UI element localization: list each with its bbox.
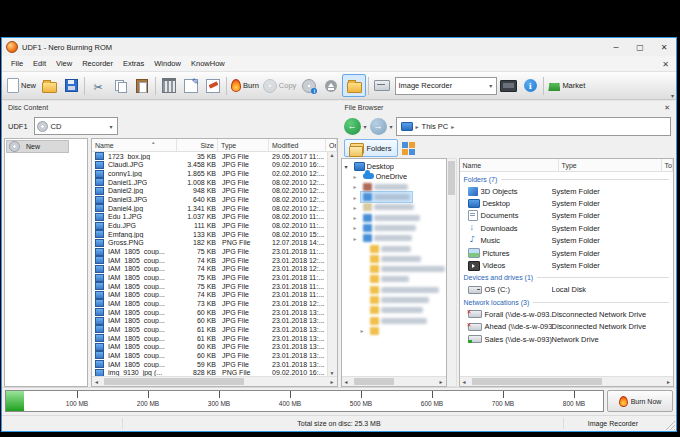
folder-tree-item[interactable] — [342, 233, 446, 243]
browser-list-row[interactable]: Forall (\\de-s-w-093.n... Disconnected N… — [460, 308, 674, 320]
menu-item[interactable]: Edit — [28, 59, 51, 68]
tree-horizontal-scrollbar[interactable]: ◄► — [342, 376, 446, 386]
folder-tree-item[interactable] — [342, 305, 446, 315]
browser-list-horizontal-scrollbar[interactable]: ◄► — [460, 376, 674, 386]
browser-list-row[interactable]: Videos System Folder — [460, 259, 674, 271]
group-header-network[interactable]: Network locations (3) — [460, 296, 674, 308]
file-row[interactable]: Daniel3.JPG 640 KB JPG File 08.02.2010 1… — [92, 195, 327, 204]
scroll-left-icon[interactable]: ◄ — [460, 379, 469, 385]
browser-list-row[interactable]: Sales (\\de-s-w-093) (Z:) Network Drive — [460, 333, 674, 345]
group-header-devices[interactable]: Devices and drives (1) — [460, 272, 674, 284]
menu-item[interactable]: Recorder — [77, 59, 118, 68]
document-close-icon[interactable] — [662, 60, 672, 69]
folder-tree-item[interactable] — [342, 315, 446, 325]
tree-expander-icon[interactable] — [345, 163, 352, 170]
menu-item[interactable]: KnowHow — [186, 59, 230, 68]
menu-item[interactable]: File — [6, 59, 28, 68]
tree-item-new[interactable]: New — [6, 140, 69, 153]
scroll-right-icon[interactable]: ► — [664, 379, 673, 385]
file-row[interactable]: Daniel1.JPG 1.008 KB JPG File 08.02.2010… — [92, 178, 327, 187]
folder-tree-item[interactable] — [342, 202, 446, 212]
breadcrumb-location[interactable]: This PC — [422, 122, 449, 131]
scroll-right-icon[interactable]: ► — [328, 379, 337, 385]
erase-button[interactable] — [202, 75, 224, 96]
folder-tree-item[interactable] — [342, 295, 446, 305]
cut-button[interactable] — [87, 75, 109, 96]
library-button[interactable] — [158, 75, 180, 96]
file-row[interactable]: IAM_1805_coup... 74 KB JPG File 23.01.20… — [92, 256, 327, 265]
forward-button[interactable]: → — [370, 118, 387, 135]
folder-tree-item[interactable]: OneDrive — [342, 171, 446, 181]
tree-expander-icon[interactable] — [354, 183, 361, 190]
breadcrumb[interactable]: This PC — [396, 117, 671, 136]
folder-tree-item[interactable]: Desktop — [342, 161, 446, 171]
browser-list-row[interactable]: OS (C:) Local Disk — [460, 284, 674, 296]
burn-now-button[interactable]: Burn Now — [607, 390, 673, 412]
panel-close-icon[interactable] — [664, 104, 670, 112]
close-button[interactable] — [652, 39, 676, 55]
file-row[interactable]: Daniel2.jpg 948 KB JPG File 08.02.2010 1… — [92, 187, 327, 196]
forward-history-chevron-icon[interactable]: ▾ — [390, 123, 393, 130]
browser-list-row[interactable]: Pictures System Folder — [460, 247, 674, 259]
minimize-button[interactable] — [604, 39, 628, 55]
scroll-left-icon[interactable]: ◄ — [342, 379, 351, 385]
scroll-left-icon[interactable]: ◄ — [92, 379, 101, 385]
copy-disc-button[interactable]: Copy — [261, 75, 299, 96]
column-header-modified[interactable]: Modified — [269, 139, 326, 151]
file-row[interactable]: Daniel4.jpg 1.341 KB JPG File 08.02.2010… — [92, 204, 327, 213]
menu-item[interactable]: View — [51, 59, 77, 68]
tree-expander-icon[interactable] — [354, 224, 361, 231]
tree-expander-icon[interactable] — [354, 204, 361, 211]
browser-list-row[interactable]: Ahead (\\de-s-w-093.n... Disconnected Ne… — [460, 321, 674, 333]
media-type-select[interactable]: CD — [34, 117, 118, 135]
scrollbar-thumb[interactable] — [472, 378, 602, 385]
resize-grip[interactable] — [666, 421, 675, 430]
recorder-device-button[interactable] — [371, 75, 393, 96]
file-row[interactable]: IAM_1805_coup... 60 KB JPG File 23.01.20… — [92, 316, 327, 325]
scroll-up-icon[interactable]: ▲ — [328, 152, 337, 158]
display-info-button[interactable] — [497, 75, 519, 96]
file-row[interactable]: IAM_1805_coup... 75 KB JPG File 23.01.20… — [92, 247, 327, 256]
group-header-folders[interactable]: Folders (7) — [460, 173, 674, 185]
toolbar-overflow-icon[interactable]: ▾ — [671, 92, 674, 99]
folder-tree-item[interactable] — [342, 192, 446, 202]
recorder-select[interactable]: Image Recorder — [395, 77, 497, 95]
file-row[interactable]: Edu 1.JPG 1.037 KB JPG File 08.02.2010 1… — [92, 213, 327, 222]
eject-button[interactable] — [320, 75, 342, 96]
column-header-name[interactable]: Name — [92, 139, 177, 151]
burn-button[interactable]: Burn — [229, 75, 261, 96]
file-browser-toggle-button[interactable] — [342, 74, 366, 97]
file-row[interactable]: Claudi.JPG 3.458 KB JPG File 09.02.2010 … — [92, 161, 327, 170]
open-button[interactable] — [38, 75, 60, 96]
folder-tree-item[interactable] — [342, 264, 446, 274]
tree-expander-icon[interactable] — [361, 327, 368, 334]
folder-tree-item[interactable] — [342, 182, 446, 192]
folder-tree-item[interactable] — [342, 285, 446, 295]
scrollbar-thumb[interactable] — [104, 378, 244, 385]
maximize-button[interactable] — [628, 39, 652, 55]
browser-list-row[interactable]: Downloads System Folder — [460, 222, 674, 234]
file-list-vertical-scrollbar[interactable]: ▲▼ — [327, 152, 337, 376]
tree-expander-icon[interactable] — [354, 194, 361, 201]
column-header-size[interactable]: Size — [177, 139, 218, 151]
tree-vertical-scrollbar[interactable] — [447, 158, 457, 387]
tree-expander-icon[interactable] — [354, 235, 361, 242]
market-button[interactable]: Market — [546, 75, 587, 96]
new-compilation-button[interactable]: New — [5, 75, 38, 96]
file-row[interactable]: IAM_1805_coup... 75 KB JPG File 23.01.20… — [92, 282, 327, 291]
file-row[interactable]: IAM_1805_coup... 60 KB JPG File 23.01.20… — [92, 342, 327, 351]
folder-tree-item[interactable] — [342, 326, 446, 336]
file-row[interactable]: IAM_1805_coup... 60 KB JPG File 23.01.20… — [92, 351, 327, 360]
scroll-right-icon[interactable]: ► — [437, 379, 446, 385]
file-row[interactable]: Emfang.jpg 133 KB JPG File 08.02.2010 15… — [92, 230, 327, 239]
column-header-origin[interactable]: Origin — [326, 139, 337, 151]
scrollbar-thumb[interactable] — [354, 378, 394, 385]
browser-list-row[interactable]: Music System Folder — [460, 235, 674, 247]
scrollbar-thumb[interactable] — [448, 161, 455, 195]
column-header-total-size[interactable]: Total Size — [662, 159, 674, 171]
folder-tree-item[interactable] — [342, 223, 446, 233]
file-row[interactable]: IAM_1805_coup... 60 KB JPG File 23.01.20… — [92, 308, 327, 317]
file-row[interactable]: IAM_1805_coup... 73 KB JPG File 23.01.20… — [92, 299, 327, 308]
folder-tree-item[interactable] — [342, 274, 446, 284]
paste-button[interactable] — [131, 75, 153, 96]
